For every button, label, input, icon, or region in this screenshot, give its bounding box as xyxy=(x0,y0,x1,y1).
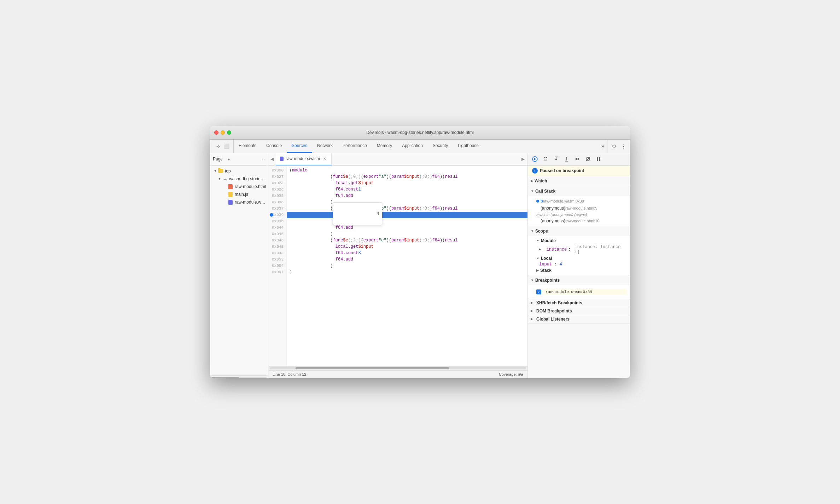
ln-16[interactable]: 0x054 xyxy=(268,263,286,269)
watch-label: Watch xyxy=(535,178,547,183)
dom-header[interactable]: DOM Breakpoints xyxy=(528,307,630,315)
tab-security[interactable]: Security xyxy=(428,140,453,153)
ln-17[interactable]: 0x097 xyxy=(268,269,286,275)
sidebar-item-top[interactable]: ▼ top xyxy=(210,167,268,175)
scope-header[interactable]: ▼ Scope xyxy=(528,226,630,236)
panel-sections: ▶ Watch ▼ Call Stack b xyxy=(528,176,630,378)
resume-button[interactable] xyxy=(531,155,539,163)
step-over-button[interactable] xyxy=(541,155,550,163)
tab-elements[interactable]: Elements xyxy=(234,140,261,153)
more-options-icon[interactable]: ⋮ xyxy=(619,142,627,150)
code-content[interactable]: 0x000 0x027 0x02a 0x02c 0x035 0x036 0x03… xyxy=(268,166,527,366)
code-lines[interactable]: (module (func $a (;0;) (export "a") (par… xyxy=(287,166,527,366)
coverage-status: Coverage: n/a xyxy=(499,372,523,376)
more-tabs-button[interactable]: » xyxy=(599,140,607,153)
step-button[interactable] xyxy=(573,155,582,163)
code-line-17: ) xyxy=(287,269,527,275)
tab-sources[interactable]: Sources xyxy=(287,140,312,153)
close-button[interactable] xyxy=(214,130,218,135)
watch-header[interactable]: ▶ Watch xyxy=(528,176,630,186)
tree-arrow-js xyxy=(223,192,228,197)
xhr-header[interactable]: XHR/fetch Breakpoints xyxy=(528,299,630,307)
settings-icon[interactable]: ⚙ xyxy=(610,142,618,150)
call-stack-item-anon1[interactable]: (anonymous) raw-module.html:9 xyxy=(533,205,630,212)
ln-12[interactable]: 0x046 xyxy=(268,237,286,244)
xhr-arrow xyxy=(531,301,533,304)
call-stack-fn-anon1: (anonymous) xyxy=(541,206,565,211)
svg-marker-3 xyxy=(555,159,557,160)
step-out-button[interactable] xyxy=(562,155,571,163)
ln-13[interactable]: 0x048 xyxy=(268,244,286,250)
pause-on-exceptions-button[interactable] xyxy=(594,155,603,163)
main-content: Page » ⋯ ▼ top ▼ ☁ xyxy=(210,153,630,378)
ln-1[interactable]: 0x000 xyxy=(268,167,286,174)
editor-horizontal-scrollbar[interactable] xyxy=(268,366,527,370)
scrollbar-thumb[interactable] xyxy=(296,367,449,369)
tabsbar: ⊹ ⬜ Elements Console Sources Network Per… xyxy=(210,140,630,153)
step-into-button[interactable] xyxy=(552,155,560,163)
minimize-button[interactable] xyxy=(221,130,225,135)
tree-label-js: main.js xyxy=(235,192,248,197)
tab-network[interactable]: Network xyxy=(312,140,338,153)
device-icon[interactable]: ⬜ xyxy=(223,142,231,150)
line-numbers: 0x000 0x027 0x02a 0x02c 0x035 0x036 0x03… xyxy=(268,166,287,366)
call-stack-async: await in (anonymous) (async) xyxy=(533,212,630,217)
wasm-tab-icon xyxy=(280,157,284,161)
breakpoint-checkbox-1[interactable]: ✓ xyxy=(536,289,541,294)
scope-local-input: input : 4 xyxy=(533,262,630,267)
tab-lighthouse[interactable]: Lighthouse xyxy=(453,140,484,153)
ln-8[interactable]: 0x039 xyxy=(268,212,286,218)
ln-3[interactable]: 0x02a xyxy=(268,180,286,186)
editor-back-button[interactable]: ◀ xyxy=(268,153,276,165)
call-stack-header[interactable]: ▼ Call Stack xyxy=(528,186,630,196)
sidebar-item-site[interactable]: ▼ ☁ wasm-dbg-stories.netlify xyxy=(210,175,268,183)
ln-2[interactable]: 0x027 xyxy=(268,174,286,180)
global-arrow xyxy=(531,318,533,321)
tab-memory[interactable]: Memory xyxy=(372,140,397,153)
sidebar-scrollbar[interactable] xyxy=(210,375,268,378)
scope-local-header[interactable]: ▼ Local xyxy=(533,255,630,262)
ln-4[interactable]: 0x02c xyxy=(268,186,286,193)
tab-console[interactable]: Console xyxy=(261,140,287,153)
sidebar-more-button[interactable]: ⋯ xyxy=(260,156,265,162)
maximize-button[interactable] xyxy=(227,130,231,135)
ln-7[interactable]: 0x037 xyxy=(268,205,286,212)
ln-10[interactable]: 0x044 xyxy=(268,224,286,231)
wasm-file-icon xyxy=(228,199,233,205)
tab-application[interactable]: Application xyxy=(397,140,428,153)
local-arrow: ▼ xyxy=(536,257,539,260)
code-editor: 0x000 0x027 0x02a 0x02c 0x035 0x036 0x03… xyxy=(268,166,527,378)
breakpoints-header[interactable]: ▼ Breakpoints xyxy=(528,275,630,285)
call-stack-item-b[interactable]: b raw-module.wasm:0x39 xyxy=(533,198,630,205)
global-label: Global Listeners xyxy=(536,317,570,322)
editor-tab-right[interactable]: ▶ xyxy=(519,153,527,165)
scope-module-instance[interactable]: ▶ instance: instance: Instance {} xyxy=(533,244,630,255)
sidebar-item-js[interactable]: main.js xyxy=(210,191,268,198)
sidebar-item-html[interactable]: raw-module.html xyxy=(210,183,268,191)
ln-5[interactable]: 0x035 xyxy=(268,193,286,199)
ln-15[interactable]: 0x053 xyxy=(268,256,286,263)
ln-14[interactable]: 0x04a xyxy=(268,250,286,256)
ln-6[interactable]: 0x036 xyxy=(268,199,286,205)
sidebar-overflow[interactable]: » xyxy=(225,155,233,163)
sidebar-item-wasm[interactable]: raw-module.wasm xyxy=(210,198,268,206)
breakpoint-item-1[interactable]: ✓ raw-module.wasm:0x39 xyxy=(536,288,627,296)
scrollbar-track[interactable] xyxy=(270,367,526,369)
scope-arrow: ▼ xyxy=(531,229,534,233)
cursor-icon[interactable]: ⊹ xyxy=(214,142,222,150)
sidebar: Page » ⋯ ▼ top ▼ ☁ xyxy=(210,153,268,378)
global-header[interactable]: Global Listeners xyxy=(528,315,630,323)
editor-tab-close[interactable]: ✕ xyxy=(322,156,327,161)
call-stack-section: ▼ Call Stack b raw-module.wasm:0x39 xyxy=(528,186,630,226)
code-line-16: ) xyxy=(287,263,527,269)
call-stack-item-anon2[interactable]: (anonymous) raw-module.html:10 xyxy=(533,217,630,224)
breakpoints-list: ✓ raw-module.wasm:0x39 xyxy=(533,287,630,297)
tab-performance[interactable]: Performance xyxy=(338,140,372,153)
ln-11[interactable]: 0x045 xyxy=(268,231,286,237)
breakpoints-content: ✓ raw-module.wasm:0x39 xyxy=(528,285,630,299)
deactivate-breakpoints-button[interactable] xyxy=(584,155,592,163)
scope-stack-header[interactable]: ▶ Stack xyxy=(533,267,630,274)
editor-tab-wasm[interactable]: raw-module.wasm ✕ xyxy=(276,153,332,165)
scope-module-header[interactable]: ▼ Module xyxy=(533,238,630,244)
ln-9[interactable]: 0x03b xyxy=(268,218,286,224)
